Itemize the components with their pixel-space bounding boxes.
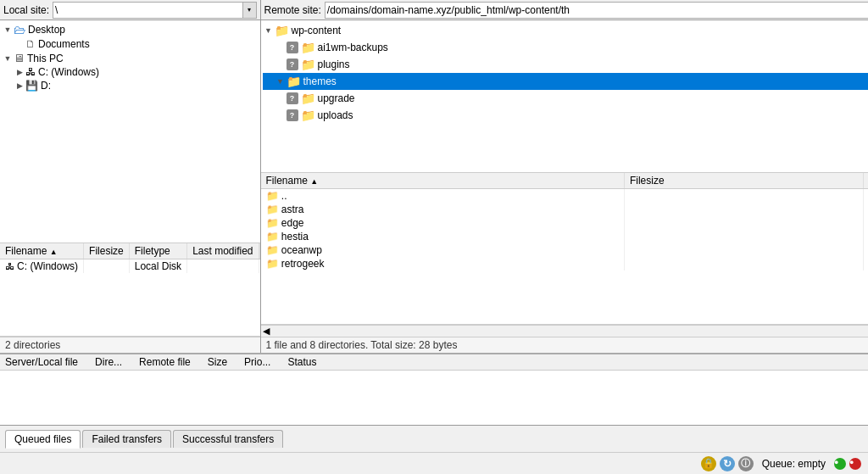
plugins-folder-icon: 📁 — [301, 58, 315, 71]
cell-filesize — [624, 188, 863, 203]
table-row[interactable]: 📁 .. — [261, 188, 869, 203]
remote-label-upgrade: upgrade — [318, 92, 355, 104]
doc-icon: 🗋 — [25, 38, 36, 50]
ddrive-icon: 💾 — [25, 80, 38, 92]
remote-item-upgrade[interactable]: ? 📁 upgrade — [263, 90, 869, 107]
tree-toggle-wp-content[interactable]: ▼ — [263, 26, 275, 35]
tree-toggle-themes[interactable]: ▼ — [275, 77, 287, 86]
cdrive-icon: 🖧 — [25, 66, 36, 78]
cell-filetype: File fol... — [864, 216, 868, 230]
local-status-bar: 2 directories — [0, 337, 260, 353]
local-status-text: 2 directories — [5, 339, 60, 351]
local-file-table: Filename ▲ Filesize Filetype Last modifi… — [0, 243, 260, 273]
bottom-status-bar: 🔒 ↻ ⓘ Queue: empty ● ● — [0, 452, 868, 474]
cell-filesize — [624, 216, 863, 230]
scroll-left-btn[interactable]: ◀ — [261, 326, 271, 337]
tree-item-desktop[interactable]: ▼ 🗁 Desktop — [2, 22, 259, 37]
left-pane: Local site: ▾ ▼ 🗁 Desktop 🗋 Documents — [0, 0, 261, 353]
tree-item-documents[interactable]: 🗋 Documents — [2, 37, 259, 51]
tree-toggle-thispc[interactable]: ▼ — [2, 54, 14, 63]
bottom-tabs: Queued files Failed transfers Successful… — [0, 425, 868, 452]
question-icon-ai1wm: ? — [287, 42, 298, 53]
col-filename-local[interactable]: Filename ▲ — [0, 243, 84, 259]
col-filetype-local[interactable]: Filetype — [129, 243, 186, 259]
cell-filesize — [624, 230, 863, 243]
tab-successful-transfers[interactable]: Successful transfers — [173, 430, 283, 448]
transfer-area: Server/Local file Dire... Remote file Si… — [0, 353, 868, 425]
drive-net-icon: 🖧 — [5, 261, 17, 271]
tree-item-ddrive[interactable]: ▶ 💾 D: — [2, 79, 259, 92]
tree-toggle-desktop[interactable]: ▼ — [2, 25, 14, 34]
folder-blue-icon: 🗁 — [14, 23, 25, 36]
tree-label-desktop: Desktop — [28, 24, 65, 36]
col-filesize-remote[interactable]: Filesize — [624, 173, 863, 189]
folder-icon: 📁 — [266, 258, 279, 270]
table-row[interactable]: 📁 retrogeek File fol... 03/16/21... flcd… — [261, 257, 869, 270]
cell-filetype: Local Disk — [129, 259, 186, 274]
table-row[interactable]: 📁 hestia File fol... 03/16/21... flcdmp.… — [261, 230, 869, 243]
tree-toggle-ddrive[interactable]: ▶ — [14, 81, 25, 90]
remote-label-wp-content: wp-content — [292, 25, 342, 36]
col-filesize-local[interactable]: Filesize — [84, 243, 130, 259]
queue-label: Queue: empty — [762, 458, 826, 470]
col-scroll-local — [259, 243, 259, 259]
wp-content-folder-icon: 📁 — [275, 24, 289, 37]
cell-filename: 📁 edge — [261, 216, 625, 230]
right-pane: Remote site: ▾ ▼ 📁 wp-content ? 📁 ai1wm-… — [261, 0, 869, 353]
table-row[interactable]: 🖧 C: (Windows) Local Disk — [0, 259, 259, 274]
folder-icon: 📁 — [266, 190, 279, 202]
col-filename-remote[interactable]: Filename ▲ — [261, 173, 625, 189]
remote-item-plugins[interactable]: ? 📁 plugins — [263, 56, 869, 73]
transfer-body — [0, 371, 868, 425]
remote-item-uploads[interactable]: ? 📁 uploads — [263, 107, 869, 124]
remote-label-plugins: plugins — [318, 59, 350, 70]
remote-item-themes[interactable]: ▼ 📁 themes — [263, 73, 869, 90]
info-icon: ⓘ — [738, 456, 754, 471]
table-row[interactable]: 📁 edge File fol... 03/16/21... flcdmp...… — [261, 216, 869, 230]
local-site-bar: Local site: ▾ — [0, 0, 260, 20]
tree-item-thispc[interactable]: ▼ 🖥 This PC — [2, 51, 259, 65]
remote-file-table: Filename ▲ Filesize Filetype Last mod...… — [261, 173, 869, 270]
tree-toggle-documents — [14, 40, 25, 48]
table-row[interactable]: 📁 oceanwp File fol... 02/25/21... flcdmp… — [261, 243, 869, 257]
themes-folder-icon: 📁 — [287, 75, 301, 88]
local-file-table-container: Filename ▲ Filesize Filetype Last modifi… — [0, 243, 260, 337]
local-tree[interactable]: ▼ 🗁 Desktop 🗋 Documents ▼ 🖥 This PC — [0, 20, 260, 243]
tab-failed-transfers[interactable]: Failed transfers — [82, 430, 171, 448]
remote-label-ai1wm: ai1wm-backups — [318, 42, 388, 53]
question-icon-upgrade: ? — [287, 92, 298, 104]
remote-item-ai1wm[interactable]: ? 📁 ai1wm-backups — [263, 39, 869, 56]
folder-icon: 📁 — [266, 204, 279, 215]
tree-item-cdrive[interactable]: ▶ 🖧 C: (Windows) — [2, 65, 259, 79]
cell-filename: 📁 oceanwp — [261, 243, 625, 257]
tab-queued-files[interactable]: Queued files — [5, 430, 81, 449]
remote-site-input[interactable] — [325, 2, 868, 19]
cell-filename: 📁 .. — [261, 188, 625, 203]
tree-label-ddrive: D: — [41, 80, 51, 92]
remote-horiz-scrollbar[interactable]: ◀ ▶ — [261, 325, 869, 337]
col-filetype-remote[interactable]: Filetype — [864, 173, 868, 189]
tree-label-thispc: This PC — [27, 53, 64, 64]
status-green-icon: ● — [834, 458, 846, 470]
remote-item-wp-content[interactable]: ▼ 📁 wp-content — [263, 22, 869, 39]
cell-filename: 📁 retrogeek — [261, 257, 625, 270]
local-site-input[interactable] — [53, 2, 242, 19]
col-lastmod-local[interactable]: Last modified — [187, 243, 259, 259]
transfer-columns: Server/Local file Dire... Remote file Si… — [0, 354, 868, 371]
local-site-dropdown[interactable]: ▾ — [243, 2, 257, 19]
remote-tree[interactable]: ▼ 📁 wp-content ? 📁 ai1wm-backups ? 📁 plu… — [261, 20, 869, 173]
cell-filename: 🖧 C: (Windows) — [0, 259, 84, 274]
transfer-col-prio: Prio... — [244, 356, 287, 368]
cell-filetype: File fol... — [864, 257, 868, 270]
remote-file-table-container: Filename ▲ Filesize Filetype Last mod...… — [261, 173, 869, 326]
remote-horiz-scroll-inner[interactable] — [271, 326, 869, 337]
tree-toggle-cdrive[interactable]: ▶ — [14, 68, 25, 76]
question-icon-uploads: ? — [287, 109, 298, 121]
transfer-col-remote: Remote file — [139, 356, 208, 368]
remote-site-bar: Remote site: ▾ — [261, 0, 869, 20]
lock-icon: 🔒 — [701, 456, 716, 471]
folder-icon: 📁 — [266, 231, 279, 243]
table-row[interactable]: 📁 astra File fol... 02/25/21... flcdmp..… — [261, 203, 869, 216]
uploads-folder-icon: 📁 — [301, 109, 315, 122]
cell-filesize — [624, 203, 863, 216]
